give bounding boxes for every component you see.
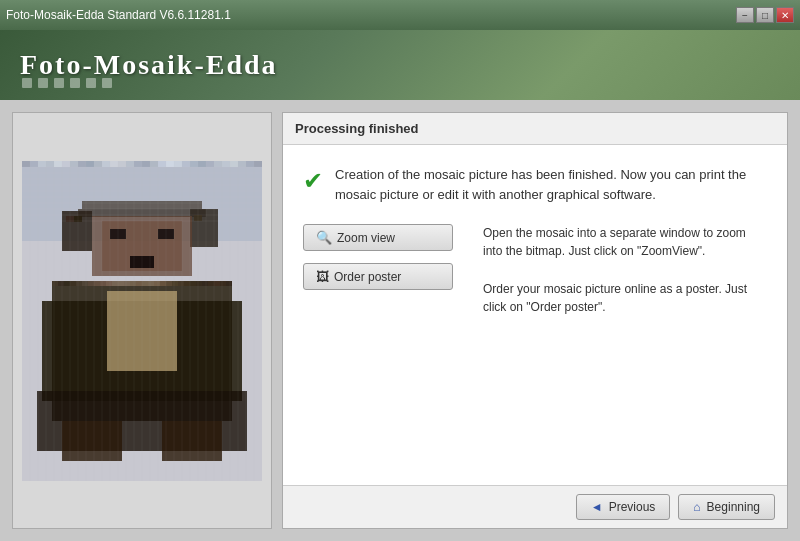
- svg-rect-27: [222, 161, 230, 167]
- svg-rect-71: [196, 281, 202, 286]
- svg-rect-21: [174, 161, 182, 167]
- svg-rect-67: [172, 281, 178, 286]
- svg-rect-59: [124, 281, 130, 286]
- maximize-button[interactable]: □: [756, 7, 774, 23]
- svg-rect-6: [54, 161, 62, 167]
- title-bar: Foto-Mosaik-Edda Standard V6.6.11281.1 −…: [0, 0, 800, 30]
- svg-rect-62: [142, 281, 148, 286]
- svg-rect-51: [76, 281, 82, 286]
- svg-rect-69: [184, 281, 190, 286]
- home-icon: ⌂: [693, 500, 700, 514]
- svg-rect-50: [70, 281, 76, 286]
- svg-rect-64: [154, 281, 160, 286]
- svg-rect-7: [62, 161, 70, 167]
- success-text: Creation of the mosaic picture has been …: [335, 165, 767, 204]
- dot-2: [38, 78, 48, 88]
- footer-nav: ◄ Previous ⌂ Beginning: [283, 485, 787, 528]
- svg-rect-12: [102, 161, 110, 167]
- svg-rect-16: [134, 161, 142, 167]
- svg-rect-22: [182, 161, 190, 167]
- svg-rect-73: [208, 281, 214, 286]
- dot-3: [54, 78, 64, 88]
- svg-rect-76: [226, 281, 232, 286]
- zoom-view-button[interactable]: 🔍 Zoom view: [303, 224, 453, 251]
- svg-rect-72: [202, 281, 208, 286]
- app-title: Foto-Mosaik-Edda: [20, 49, 278, 81]
- beginning-label: Beginning: [707, 500, 760, 514]
- svg-rect-14: [118, 161, 126, 167]
- previous-button[interactable]: ◄ Previous: [576, 494, 671, 520]
- order-poster-button[interactable]: 🖼 Order poster: [303, 263, 453, 290]
- svg-rect-78: [62, 421, 122, 461]
- mosaic-svg: [22, 161, 262, 481]
- dot-1: [22, 78, 32, 88]
- order-poster-desc: Order your mosaic picture online as a po…: [483, 280, 767, 316]
- svg-rect-4: [38, 161, 46, 167]
- svg-rect-18: [150, 161, 158, 167]
- svg-rect-26: [214, 161, 222, 167]
- right-panel: Processing finished ✔ Creation of the mo…: [282, 112, 788, 529]
- window-title: Foto-Mosaik-Edda Standard V6.6.11281.1: [6, 8, 231, 22]
- svg-rect-20: [166, 161, 174, 167]
- svg-rect-11: [94, 161, 102, 167]
- order-poster-label: Order poster: [334, 270, 401, 284]
- svg-rect-58: [118, 281, 124, 286]
- svg-rect-2: [22, 161, 30, 167]
- svg-rect-79: [162, 421, 222, 461]
- svg-rect-3: [30, 161, 38, 167]
- svg-rect-65: [160, 281, 166, 286]
- svg-rect-56: [106, 281, 112, 286]
- svg-rect-13: [110, 161, 118, 167]
- svg-rect-54: [94, 281, 100, 286]
- minimize-button[interactable]: −: [736, 7, 754, 23]
- svg-rect-61: [136, 281, 142, 286]
- svg-rect-75: [220, 281, 226, 286]
- svg-rect-31: [254, 161, 262, 167]
- prev-arrow-icon: ◄: [591, 500, 603, 514]
- svg-rect-8: [70, 161, 78, 167]
- svg-rect-74: [214, 281, 220, 286]
- svg-rect-23: [190, 161, 198, 167]
- svg-rect-66: [166, 281, 172, 286]
- title-bar-buttons: − □ ✕: [736, 7, 794, 23]
- svg-rect-17: [142, 161, 150, 167]
- svg-rect-24: [198, 161, 206, 167]
- action-buttons-col: 🔍 Zoom view 🖼 Order poster: [303, 224, 453, 290]
- svg-rect-25: [206, 161, 214, 167]
- panel-body: ✔ Creation of the mosaic picture has bee…: [283, 145, 787, 485]
- beginning-button[interactable]: ⌂ Beginning: [678, 494, 775, 520]
- svg-rect-47: [52, 281, 58, 286]
- zoom-icon: 🔍: [316, 230, 332, 245]
- header-dots: [22, 78, 112, 88]
- zoom-view-desc: Open the mosaic into a separate window t…: [483, 224, 767, 260]
- svg-rect-49: [64, 281, 70, 286]
- previous-label: Previous: [609, 500, 656, 514]
- dot-5: [86, 78, 96, 88]
- header-banner: Foto-Mosaik-Edda: [0, 30, 800, 100]
- mosaic-preview: [22, 161, 262, 481]
- svg-rect-19: [158, 161, 166, 167]
- buttons-area: 🔍 Zoom view 🖼 Order poster Open the mosa…: [303, 224, 767, 316]
- image-preview-panel: [12, 112, 272, 529]
- descriptions-col: Open the mosaic into a separate window t…: [483, 224, 767, 316]
- main-area: Processing finished ✔ Creation of the mo…: [0, 100, 800, 541]
- svg-rect-68: [178, 281, 184, 286]
- svg-rect-52: [82, 281, 88, 286]
- svg-rect-53: [88, 281, 94, 286]
- svg-rect-30: [246, 161, 254, 167]
- svg-rect-48: [58, 281, 64, 286]
- dot-4: [70, 78, 80, 88]
- dot-6: [102, 78, 112, 88]
- svg-rect-60: [130, 281, 136, 286]
- svg-rect-9: [78, 161, 86, 167]
- success-row: ✔ Creation of the mosaic picture has bee…: [303, 165, 767, 204]
- close-button[interactable]: ✕: [776, 7, 794, 23]
- order-icon: 🖼: [316, 269, 329, 284]
- panel-header-label: Processing finished: [295, 121, 419, 136]
- svg-rect-28: [230, 161, 238, 167]
- panel-header: Processing finished: [283, 113, 787, 145]
- svg-rect-15: [126, 161, 134, 167]
- svg-rect-55: [100, 281, 106, 286]
- success-check-icon: ✔: [303, 167, 323, 195]
- svg-rect-57: [112, 281, 118, 286]
